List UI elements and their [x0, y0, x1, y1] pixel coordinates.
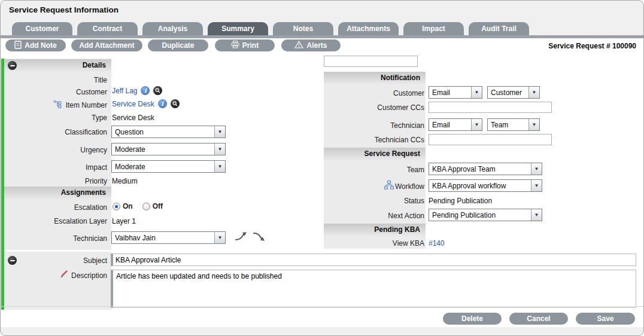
alert-triangle-icon — [294, 41, 303, 50]
alerts-label: Alerts — [306, 41, 327, 50]
notify-customer-label: Customer — [324, 89, 424, 97]
add-note-button[interactable]: Add Note — [5, 39, 66, 51]
priority-value: Medium — [112, 177, 138, 185]
tab-contract[interactable]: Contract — [77, 22, 138, 35]
description-label: Description — [4, 271, 107, 280]
technician-ccs-input[interactable] — [429, 134, 552, 145]
urgency-label: Urgency — [4, 146, 107, 154]
chevron-down-icon: ▼ — [214, 161, 225, 172]
deescalate-down-icon[interactable] — [253, 231, 266, 244]
chevron-down-icon: ▼ — [214, 143, 225, 155]
tab-attachments[interactable]: Attachments — [338, 22, 399, 35]
escalation-off-radio[interactable]: Off — [142, 202, 163, 210]
escalate-up-icon[interactable] — [235, 231, 248, 244]
customer-search-icon[interactable] — [153, 86, 162, 95]
printer-icon — [231, 41, 239, 50]
item-info-icon[interactable]: i — [158, 99, 167, 108]
title-label: Title — [4, 76, 107, 84]
type-label: Type — [4, 114, 107, 122]
notify-customer-target-select[interactable]: Customer ▼ — [487, 86, 540, 99]
request-number: Service Request # 100090 — [548, 42, 636, 50]
customer-info-icon[interactable]: i — [141, 86, 150, 95]
notify-technician-target-value: Team — [488, 121, 528, 129]
workflow-label: Workflow — [324, 182, 424, 191]
notify-customer-method-value: Email — [429, 88, 471, 97]
escalation-off-label: Off — [153, 202, 163, 210]
next-action-value: Pending Publication — [429, 211, 531, 219]
item-number-label: Item Number — [4, 101, 107, 109]
right-label-column — [324, 72, 426, 249]
delete-label: Delete — [461, 314, 483, 323]
item-search-icon[interactable] — [171, 99, 180, 108]
next-action-select[interactable]: Pending Publication ▼ — [429, 209, 542, 221]
next-action-label: Next Action — [324, 212, 424, 220]
customer-value-row: Jeff Lag i — [112, 86, 162, 95]
footer-divider — [1, 306, 644, 307]
escalation-label: Escalation — [4, 203, 107, 212]
page-title: Service Request Information — [9, 5, 119, 14]
chevron-down-icon: ▼ — [471, 87, 482, 98]
chevron-down-icon: ▼ — [531, 209, 542, 221]
subject-input[interactable] — [111, 253, 636, 266]
escalation-on-radio[interactable]: On — [113, 202, 133, 210]
escalation-radio-group: On Off — [113, 202, 163, 210]
save-label: Save — [597, 314, 613, 323]
notify-technician-method-value: Email — [429, 121, 471, 129]
tab-analysis[interactable]: Analysis — [142, 22, 203, 35]
tab-impact[interactable]: Impact — [403, 22, 464, 35]
pending-kba-section-header: Pending KBA — [324, 224, 426, 236]
team-select[interactable]: KBA Approval Team ▼ — [429, 163, 542, 175]
add-note-label: Add Note — [25, 41, 56, 50]
technician-select[interactable]: Vaibhav Jain ▼ — [111, 231, 226, 244]
add-attachment-button[interactable]: Add Attachment — [71, 39, 142, 51]
team-label: Team — [324, 166, 424, 174]
chevron-down-icon: ▼ — [214, 232, 225, 243]
view-kba-label: View KBA — [324, 239, 424, 248]
add-attachment-label: Add Attachment — [79, 41, 134, 50]
save-button[interactable]: Save — [576, 313, 635, 325]
customer-ccs-input[interactable] — [429, 102, 552, 113]
workflow-value: KBA Approval workflow — [429, 182, 531, 190]
impact-select[interactable]: Moderate ▼ — [111, 160, 226, 173]
impact-value: Moderate — [112, 163, 214, 171]
view-kba-link[interactable]: #140 — [429, 239, 445, 248]
radio-unselected-icon — [142, 203, 150, 210]
customer-link[interactable]: Jeff Lag — [112, 87, 137, 95]
delete-button[interactable]: Delete — [443, 313, 502, 325]
chevron-down-icon: ▼ — [531, 180, 542, 191]
customer-label: Customer — [4, 88, 107, 96]
tab-audit-trail[interactable]: Audit Trail — [469, 22, 529, 35]
notify-customer-method-select[interactable]: Email ▼ — [429, 86, 482, 99]
priority-label: Priority — [4, 177, 107, 185]
type-value: Service Desk — [112, 114, 154, 122]
impact-label: Impact — [4, 163, 107, 172]
classification-label: Classification — [4, 128, 107, 136]
workflow-select[interactable]: KBA Approval workflow ▼ — [429, 179, 542, 192]
title-input[interactable] — [324, 56, 418, 67]
status-label: Status — [324, 197, 424, 205]
collapse-details-icon[interactable] — [8, 61, 17, 70]
print-label: Print — [242, 41, 259, 50]
description-textarea[interactable]: Article has been updated and needs to be… — [111, 270, 636, 308]
tab-customer[interactable]: Customer — [12, 22, 72, 35]
service-request-window: Service Request Information Customer Con… — [0, 0, 644, 336]
classification-select[interactable]: Question ▼ — [111, 126, 226, 138]
duplicate-button[interactable]: Duplicate — [148, 39, 208, 51]
tab-summary[interactable]: Summary — [208, 22, 268, 35]
escalation-on-label: On — [123, 202, 133, 210]
escalation-layer-label: Escalation Layer — [4, 217, 107, 225]
alerts-button[interactable]: Alerts — [281, 39, 341, 51]
item-number-link[interactable]: Service Desk — [112, 100, 154, 108]
team-value: KBA Approval Team — [429, 165, 531, 173]
details-section-header: Details — [4, 59, 111, 72]
technician-value: Vaibhav Jain — [112, 234, 214, 242]
tab-notes[interactable]: Notes — [273, 22, 333, 35]
urgency-select[interactable]: Moderate ▼ — [111, 143, 226, 155]
subject-label: Subject — [4, 256, 107, 265]
print-button[interactable]: Print — [215, 39, 275, 51]
cancel-button[interactable]: Cancel — [509, 313, 568, 325]
notify-technician-method-select[interactable]: Email ▼ — [429, 118, 482, 131]
chevron-down-icon: ▼ — [528, 119, 539, 130]
item-number-value-row: Service Desk i — [112, 99, 180, 108]
notify-technician-target-select[interactable]: Team ▼ — [487, 118, 540, 131]
